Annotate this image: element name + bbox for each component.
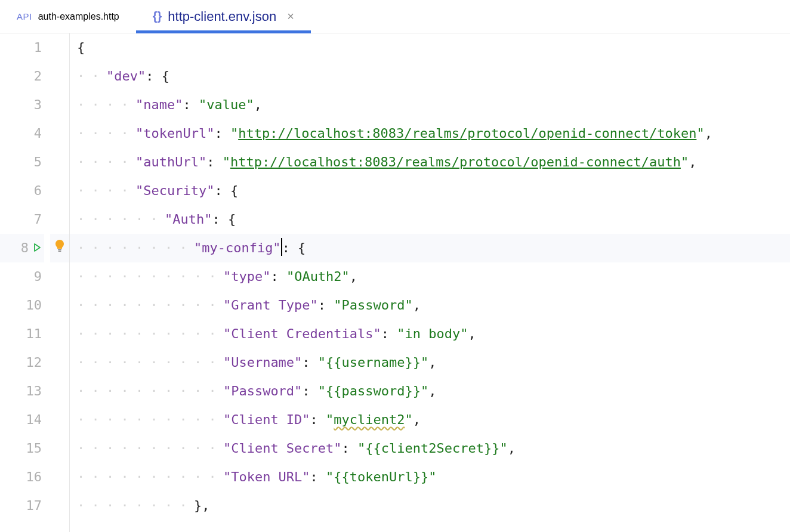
gutter-line[interactable]: 16 xyxy=(0,463,44,491)
punctuation: : xyxy=(381,320,397,348)
gutter-line[interactable]: 17 xyxy=(0,491,44,520)
code-line[interactable]: · · · · · · · · }, xyxy=(70,491,790,520)
line-number: 4 xyxy=(34,119,42,148)
gutter-line[interactable]: 1 xyxy=(0,33,44,62)
punctuation: : xyxy=(310,406,326,434)
whitespace-dots: · · · · · · · · · · xyxy=(77,262,223,291)
code-line[interactable]: · · · · "authUrl": "http://localhost:808… xyxy=(70,148,790,177)
json-key: "Grant Type" xyxy=(223,291,318,320)
code-line[interactable]: { xyxy=(70,33,790,62)
json-key: "Client ID" xyxy=(223,406,310,434)
whitespace-dots: · · · · · · · · · · xyxy=(77,320,223,348)
close-icon[interactable]: × xyxy=(287,10,294,23)
code-editor[interactable]: 1234567891011121314151617 {· · "dev": {·… xyxy=(0,33,790,532)
punctuation: : xyxy=(183,91,199,119)
bulb-row xyxy=(50,320,69,348)
json-key: "Security" xyxy=(135,177,214,205)
json-string: "{{password}}" xyxy=(318,377,428,406)
json-string: "{{client2Secret}}" xyxy=(357,434,508,463)
code-line[interactable]: · · · · · · "Auth": { xyxy=(70,205,790,234)
bulb-row xyxy=(50,119,69,148)
gutter-line[interactable]: 5 xyxy=(0,148,44,177)
gutter-line[interactable]: 4 xyxy=(0,119,44,148)
code-line[interactable]: · · · · "Security": { xyxy=(70,177,790,205)
gutter-line[interactable]: 8 xyxy=(0,234,44,262)
gutter-line[interactable]: 2 xyxy=(0,62,44,91)
gutter-line[interactable]: 11 xyxy=(0,320,44,348)
whitespace-dots: · · xyxy=(77,62,106,91)
code-line[interactable]: · · · · · · · · · · "Username": "{{usern… xyxy=(70,348,790,377)
bulb-row xyxy=(50,377,69,406)
punctuation: , xyxy=(350,262,357,291)
line-number: 9 xyxy=(34,262,42,291)
punctuation: : { xyxy=(214,177,238,205)
punctuation: : { xyxy=(282,234,306,262)
code-line[interactable]: · · · · · · · · · · "Password": "{{passw… xyxy=(70,377,790,406)
json-key: "Password" xyxy=(223,377,302,406)
json-key: "Client Secret" xyxy=(223,434,342,463)
code-line[interactable]: · · · · · · · · · · "type": "OAuth2", xyxy=(70,262,790,291)
tab-auth-examples[interactable]: API auth-examples.http xyxy=(0,0,136,33)
gutter-line[interactable]: 15 xyxy=(0,434,44,463)
bulb-row xyxy=(50,91,69,119)
line-number: 8 xyxy=(21,234,29,262)
code-line[interactable]: · · · · "name": "value", xyxy=(70,91,790,119)
line-number: 3 xyxy=(34,91,42,119)
tab-label: http-client.env.json xyxy=(168,9,276,24)
json-string: "Password" xyxy=(334,291,412,320)
gutter-line[interactable]: 6 xyxy=(0,177,44,205)
punctuation: , xyxy=(254,91,262,119)
line-number: 14 xyxy=(26,406,42,434)
tab-http-client-env[interactable]: {} http-client.env.json × xyxy=(136,0,311,33)
gutter-line[interactable]: 7 xyxy=(0,205,44,234)
gutter-line[interactable]: 10 xyxy=(0,291,44,320)
code-line[interactable]: · · · · · · · · · · "Token URL": "{{toke… xyxy=(70,463,790,491)
bulb-row xyxy=(50,434,69,463)
gutter-line[interactable]: 9 xyxy=(0,262,44,291)
bulb-row xyxy=(50,33,69,62)
url-link[interactable]: http://localhost:8083/realms/protocol/op… xyxy=(238,119,696,148)
code-line[interactable]: · · · · · · · · · · "Client Secret": "{{… xyxy=(70,434,790,463)
code-line[interactable]: · · · · · · · · · · "Grant Type": "Passw… xyxy=(70,291,790,320)
line-number: 2 xyxy=(34,62,42,91)
line-number: 10 xyxy=(26,291,42,320)
json-key: "authUrl" xyxy=(135,148,206,177)
whitespace-dots: · · · · · · · · · · xyxy=(77,377,223,406)
lightbulb-icon[interactable] xyxy=(54,234,65,262)
punctuation: : { xyxy=(146,62,169,91)
run-icon[interactable] xyxy=(32,234,42,262)
text-cursor xyxy=(281,238,282,256)
url-link[interactable]: http://localhost:8083/realms/protocol/op… xyxy=(230,148,681,177)
json-string: " xyxy=(223,148,230,177)
code-line[interactable]: · · · · · · · · "my-config": { xyxy=(70,234,790,262)
json-string: " xyxy=(696,119,704,148)
punctuation: }, xyxy=(194,491,210,520)
code-line[interactable]: · · "dev": { xyxy=(70,62,790,91)
code-line[interactable]: · · · · · · · · · · "Client Credentials"… xyxy=(70,320,790,348)
whitespace-dots: · · · · · · · · · · xyxy=(77,291,223,320)
json-string: "value" xyxy=(199,91,254,119)
json-string: "{{username}}" xyxy=(318,348,428,377)
json-key: "type" xyxy=(223,262,270,291)
punctuation: , xyxy=(705,119,712,148)
punctuation: : xyxy=(342,434,358,463)
bulb-row xyxy=(50,62,69,91)
json-string: "OAuth2" xyxy=(286,262,350,291)
whitespace-dots: · · · · · · · · · · xyxy=(77,348,223,377)
intention-bulb-column xyxy=(50,33,69,532)
line-number: 13 xyxy=(26,377,42,406)
code-line[interactable]: · · · · "tokenUrl": "http://localhost:80… xyxy=(70,119,790,148)
line-number: 1 xyxy=(34,33,42,62)
punctuation: : xyxy=(318,291,334,320)
json-key: "Token URL" xyxy=(223,463,310,491)
json-key: "tokenUrl" xyxy=(135,119,214,148)
gutter: 1234567891011121314151617 xyxy=(0,33,50,532)
punctuation: , xyxy=(468,320,476,348)
gutter-line[interactable]: 13 xyxy=(0,377,44,406)
gutter-line[interactable]: 3 xyxy=(0,91,44,119)
gutter-line[interactable]: 12 xyxy=(0,348,44,377)
json-string: " xyxy=(326,406,334,434)
code-line[interactable]: · · · · · · · · · · "Client ID": "myclie… xyxy=(70,406,790,434)
code-area[interactable]: {· · "dev": {· · · · "name": "value",· ·… xyxy=(69,33,790,532)
gutter-line[interactable]: 14 xyxy=(0,406,44,434)
